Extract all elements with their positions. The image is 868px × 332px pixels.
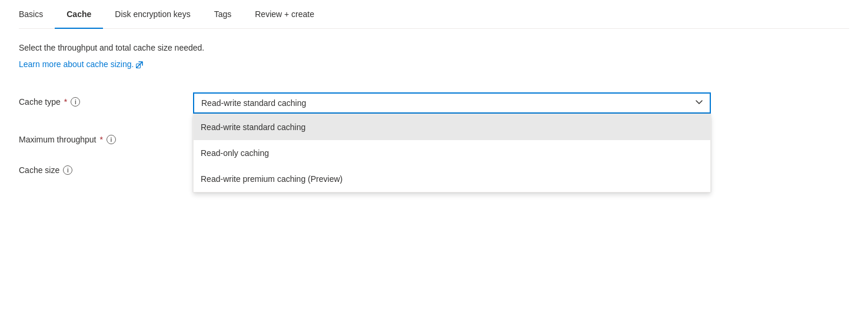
chevron-down-icon	[694, 98, 704, 109]
page-description: Select the throughput and total cache si…	[19, 43, 849, 52]
external-link-icon	[136, 61, 143, 68]
cache-size-label: Cache size	[19, 165, 59, 175]
cache-type-row: Cache type * i Read-write standard cachi…	[19, 92, 849, 114]
maximum-throughput-label-container: Maximum throughput * i	[19, 130, 184, 144]
tab-basics[interactable]: Basics	[19, 0, 55, 28]
dropdown-option-ro-caching[interactable]: Read-only caching	[194, 140, 710, 166]
cache-type-dropdown-trigger[interactable]: Read-write standard caching	[193, 92, 711, 114]
maximum-throughput-info-icon[interactable]: i	[107, 135, 116, 144]
maximum-throughput-required: *	[100, 135, 103, 144]
dropdown-option-rw-standard[interactable]: Read-write standard caching	[194, 114, 710, 140]
maximum-throughput-label: Maximum throughput	[19, 135, 97, 144]
dropdown-option-rw-premium[interactable]: Read-write premium caching (Preview)	[194, 166, 710, 192]
tab-review-create[interactable]: Review + create	[243, 0, 326, 28]
cache-type-selected-value: Read-write standard caching	[201, 98, 306, 108]
learn-more-text: Learn more about cache sizing.	[19, 59, 134, 69]
cache-type-required: *	[64, 97, 67, 107]
form-section: Cache type * i Read-write standard cachi…	[19, 92, 849, 175]
cache-type-label: Cache type	[19, 97, 61, 107]
cache-size-info-icon[interactable]: i	[63, 165, 72, 175]
tab-disk-encryption-keys[interactable]: Disk encryption keys	[103, 0, 202, 28]
tab-cache[interactable]: Cache	[55, 0, 103, 28]
cache-size-label-container: Cache size i	[19, 161, 184, 175]
tab-tags[interactable]: Tags	[202, 0, 244, 28]
tabs-nav: Basics Cache Disk encryption keys Tags R…	[19, 0, 849, 29]
cache-type-info-icon[interactable]: i	[71, 97, 80, 107]
learn-more-link[interactable]: Learn more about cache sizing.	[19, 59, 143, 69]
cache-type-dropdown-menu: Read-write standard caching Read-only ca…	[193, 114, 711, 192]
cache-type-dropdown-container: Read-write standard caching Read-write s…	[193, 92, 711, 114]
cache-type-label-container: Cache type * i	[19, 92, 184, 107]
